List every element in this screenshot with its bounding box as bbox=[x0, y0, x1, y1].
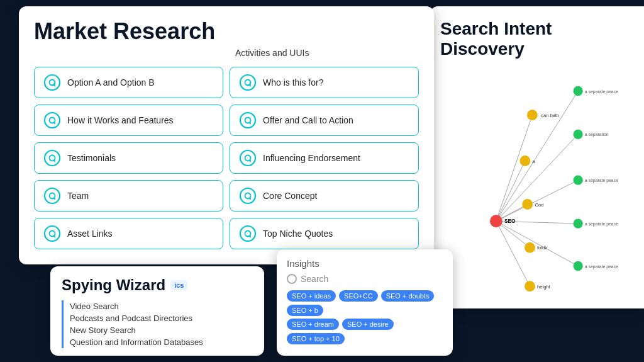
item-label-team: Team bbox=[67, 191, 89, 201]
item-label-asset-links: Asset Links bbox=[67, 229, 113, 239]
svg-text:a separation: a separation bbox=[585, 133, 609, 138]
insights-search-label: Search bbox=[301, 274, 328, 284]
svg-text:can faith: can faith bbox=[541, 113, 559, 118]
insights-title: Insights bbox=[287, 258, 443, 269]
svg-text:a separate peace: a separate peace bbox=[585, 264, 618, 269]
at-icon-2 bbox=[239, 74, 257, 91]
mind-map-area: can faith a God SEO foldir height a sepa… bbox=[440, 69, 634, 296]
at-icon bbox=[43, 74, 61, 91]
svg-text:foldir: foldir bbox=[537, 246, 548, 251]
at-icon-8 bbox=[239, 187, 257, 205]
at-icon-10 bbox=[239, 225, 257, 242]
grid-item-offer[interactable]: Offer and Call to Action bbox=[230, 105, 419, 136]
svg-point-20 bbox=[527, 110, 538, 121]
grid-item-team[interactable]: Team bbox=[34, 180, 223, 212]
svg-line-14 bbox=[496, 222, 530, 286]
svg-text:a separate peace: a separate peace bbox=[585, 89, 618, 94]
tag-seo-top-10[interactable]: SEO + top + 10 bbox=[287, 333, 345, 344]
svg-point-5 bbox=[240, 150, 255, 166]
search-intent-card: Search Intent Discovery can faith bbox=[430, 6, 644, 308]
grid-item-core-concept[interactable]: Core Concept bbox=[230, 180, 419, 212]
item-label-top-niche: Top Niche Quotes bbox=[263, 229, 333, 239]
spying-wizard-title: Spying Wizard bbox=[62, 276, 165, 294]
svg-point-30 bbox=[525, 281, 535, 292]
svg-point-0 bbox=[45, 75, 60, 90]
svg-text:God: God bbox=[535, 202, 543, 208]
svg-line-19 bbox=[496, 222, 578, 266]
svg-line-13 bbox=[496, 222, 530, 248]
svg-point-40 bbox=[573, 261, 582, 271]
svg-text:a separate peace: a separate peace bbox=[585, 179, 618, 184]
svg-text:SEO: SEO bbox=[504, 218, 516, 225]
spying-wizard-item-podcasts: Podcasts and Podcast Directories bbox=[70, 312, 253, 324]
insights-search-row: Search bbox=[287, 274, 443, 284]
mind-map-svg: can faith a God SEO foldir height a sepa… bbox=[440, 69, 634, 296]
spying-wizard-header: Spying Wizard ics bbox=[62, 276, 253, 294]
grid-item-top-niche[interactable]: Top Niche Quotes bbox=[230, 218, 419, 249]
at-icon-6 bbox=[239, 149, 257, 167]
grid-item-asset-links[interactable]: Asset Links bbox=[34, 218, 223, 249]
spying-wizard-item-questions: Question and Information Databases bbox=[70, 336, 253, 348]
tag-seo-b[interactable]: SEO + b bbox=[287, 305, 323, 316]
item-label-influencing: Influencing Endorsement bbox=[263, 153, 360, 163]
svg-point-1 bbox=[240, 75, 255, 90]
svg-point-36 bbox=[573, 176, 582, 185]
svg-point-22 bbox=[519, 156, 530, 166]
svg-line-17 bbox=[496, 181, 578, 222]
svg-point-34 bbox=[573, 130, 582, 139]
spying-wizard-item-news: New Story Search bbox=[70, 324, 253, 336]
market-research-title: Market Research bbox=[34, 19, 419, 44]
activities-label: Activities and UUIs bbox=[34, 48, 419, 58]
item-label-who: Who is this for? bbox=[263, 77, 323, 88]
search-intent-title: Search Intent Discovery bbox=[440, 19, 634, 59]
svg-point-4 bbox=[45, 150, 60, 166]
item-label-offer: Offer and Call to Action bbox=[263, 115, 353, 125]
at-icon-4 bbox=[239, 111, 257, 129]
svg-point-6 bbox=[45, 188, 60, 203]
svg-line-16 bbox=[496, 135, 578, 222]
search-circle-icon bbox=[287, 274, 297, 284]
svg-point-9 bbox=[240, 226, 255, 241]
tags-row-1: SEO + ideas SEO+CC SEO + doubts SEO + b bbox=[287, 290, 443, 316]
grid-item-how-it-works[interactable]: How it Works and Features bbox=[34, 105, 223, 136]
svg-line-11 bbox=[496, 161, 525, 222]
insights-card: Insights Search SEO + ideas SEO+CC SEO +… bbox=[277, 249, 453, 356]
item-label-core-concept: Core Concept bbox=[263, 191, 317, 201]
svg-point-3 bbox=[240, 113, 255, 128]
svg-point-2 bbox=[45, 113, 60, 128]
spying-wizard-list: Video Search Podcasts and Podcast Direct… bbox=[62, 300, 253, 348]
grid-container: Option A and Option B Who is this for? H… bbox=[34, 67, 419, 249]
tag-seo-desire[interactable]: SEO + desire bbox=[342, 319, 394, 330]
svg-point-8 bbox=[45, 226, 60, 241]
spying-wizard-badge: ics bbox=[170, 280, 187, 290]
at-icon-7 bbox=[43, 187, 61, 205]
svg-text:height: height bbox=[537, 284, 551, 290]
tags-row-2: SEO + dream SEO + desire SEO + top + 10 bbox=[287, 319, 443, 344]
svg-point-38 bbox=[573, 219, 582, 229]
svg-point-7 bbox=[240, 188, 255, 203]
at-icon-5 bbox=[43, 149, 61, 167]
svg-point-32 bbox=[573, 86, 582, 96]
item-label-how-it-works: How it Works and Features bbox=[67, 115, 174, 125]
at-icon-3 bbox=[43, 111, 61, 129]
spying-wizard-card: Spying Wizard ics Video Search Podcasts … bbox=[50, 266, 264, 356]
svg-point-26 bbox=[490, 215, 502, 228]
spying-wizard-item-video: Video Search bbox=[70, 300, 253, 312]
market-research-card: Market Research Activities and UUIs Opti… bbox=[19, 6, 434, 264]
svg-text:a: a bbox=[532, 159, 535, 164]
item-label-testimonials: Testimonials bbox=[67, 153, 116, 163]
item-label-option-ab: Option A and Option B bbox=[67, 77, 155, 88]
grid-item-testimonials[interactable]: Testimonials bbox=[34, 142, 223, 174]
svg-point-24 bbox=[522, 199, 533, 210]
grid-item-influencing[interactable]: Influencing Endorsement bbox=[230, 142, 419, 174]
tag-seo-cc[interactable]: SEO+CC bbox=[339, 290, 378, 302]
at-icon-9 bbox=[43, 225, 61, 242]
svg-point-28 bbox=[525, 242, 535, 253]
tag-seo-doubts[interactable]: SEO + doubts bbox=[381, 290, 435, 302]
svg-text:a separate peace: a separate peace bbox=[585, 222, 618, 227]
tag-seo-dream[interactable]: SEO + dream bbox=[287, 319, 339, 330]
grid-item-who[interactable]: Who is this for? bbox=[230, 67, 419, 98]
tag-seo-ideas[interactable]: SEO + ideas bbox=[287, 290, 336, 302]
grid-item-option-ab[interactable]: Option A and Option B bbox=[34, 67, 223, 98]
